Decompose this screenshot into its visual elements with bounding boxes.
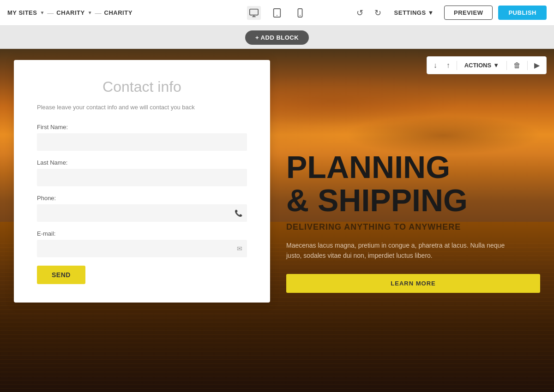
settings-button[interactable]: SETTINGS ▼ xyxy=(390,6,439,19)
desktop-icon[interactable] xyxy=(247,6,261,20)
last-name-label: Last Name: xyxy=(37,159,247,166)
breadcrumb-charity-1[interactable]: CHARITY xyxy=(56,9,84,16)
phone-input[interactable] xyxy=(37,204,247,222)
breadcrumb-sep-1: — xyxy=(47,9,54,17)
hero-title: PLANNING & SHIPPING xyxy=(286,151,540,217)
tablet-icon[interactable] xyxy=(270,6,284,20)
phone-label: Phone: xyxy=(37,195,247,202)
preview-button[interactable]: PREVIEW xyxy=(444,6,493,20)
delete-button[interactable]: 🗑 xyxy=(510,59,524,72)
last-name-input[interactable] xyxy=(37,169,247,186)
first-name-label: First Name: xyxy=(37,124,247,131)
actions-separator-2 xyxy=(506,61,507,70)
first-name-input[interactable] xyxy=(37,133,247,151)
topbar-actions: ↺ ↻ SETTINGS ▼ PREVIEW PUBLISH xyxy=(354,6,547,20)
breadcrumb-sep-2: — xyxy=(95,9,102,17)
settings-arrow-icon: ▼ xyxy=(428,9,434,16)
breadcrumb-arrow-1: ▼ xyxy=(40,10,44,15)
phone-input-wrapper: 📞 xyxy=(37,204,247,222)
first-name-group: First Name: xyxy=(37,124,247,151)
publish-button[interactable]: PUBLISH xyxy=(498,6,547,20)
device-switcher xyxy=(247,6,307,20)
email-input-wrapper: ✉ xyxy=(37,240,247,257)
next-button[interactable]: ▶ xyxy=(530,59,543,72)
last-name-group: Last Name: xyxy=(37,159,247,186)
mobile-icon[interactable] xyxy=(293,6,307,20)
actions-toolbar: ↓ ↑ ACTIONS ▼ 🗑 ▶ xyxy=(427,56,547,74)
email-input[interactable] xyxy=(37,240,247,257)
actions-separator xyxy=(457,61,457,70)
svg-rect-0 xyxy=(250,9,258,15)
email-group: E-mail: ✉ xyxy=(37,230,247,257)
contact-form-subtitle: Please leave your contact info and we wi… xyxy=(37,104,247,111)
send-button[interactable]: SEND xyxy=(37,266,85,284)
add-block-button[interactable]: + ADD BLOCK xyxy=(245,30,309,45)
email-label: E-mail: xyxy=(37,230,247,237)
actions-separator-3 xyxy=(527,61,528,70)
add-block-bar: + ADD BLOCK xyxy=(0,26,554,49)
phone-group: Phone: 📞 xyxy=(37,195,247,222)
topbar: MY SITES ▼ — CHARITY ▼ — CHARITY xyxy=(0,0,554,26)
redo-button[interactable]: ↻ xyxy=(372,6,384,20)
hero-description: Maecenas lacus magna, pretium in congue … xyxy=(286,240,517,261)
actions-arrow-icon: ▼ xyxy=(493,62,499,69)
breadcrumb-charity-2[interactable]: CHARITY xyxy=(104,9,132,16)
canvas: ↓ ↑ ACTIONS ▼ 🗑 ▶ Contact info Please le… xyxy=(0,49,554,392)
move-up-button[interactable]: ↑ xyxy=(443,59,454,72)
move-down-button[interactable]: ↓ xyxy=(430,59,441,72)
hero-subtitle: DELIVERING ANYTHING TO ANYWHERE xyxy=(286,222,540,232)
breadcrumb-arrow-2: ▼ xyxy=(88,10,92,15)
contact-form-title: Contact info xyxy=(37,78,247,95)
actions-menu-button[interactable]: ACTIONS ▼ xyxy=(460,59,504,71)
learn-more-button[interactable]: LEARN MORE xyxy=(286,274,540,293)
undo-button[interactable]: ↺ xyxy=(354,6,366,20)
contact-form-card: Contact info Please leave your contact i… xyxy=(14,60,270,303)
my-sites-link[interactable]: MY SITES xyxy=(7,9,37,16)
